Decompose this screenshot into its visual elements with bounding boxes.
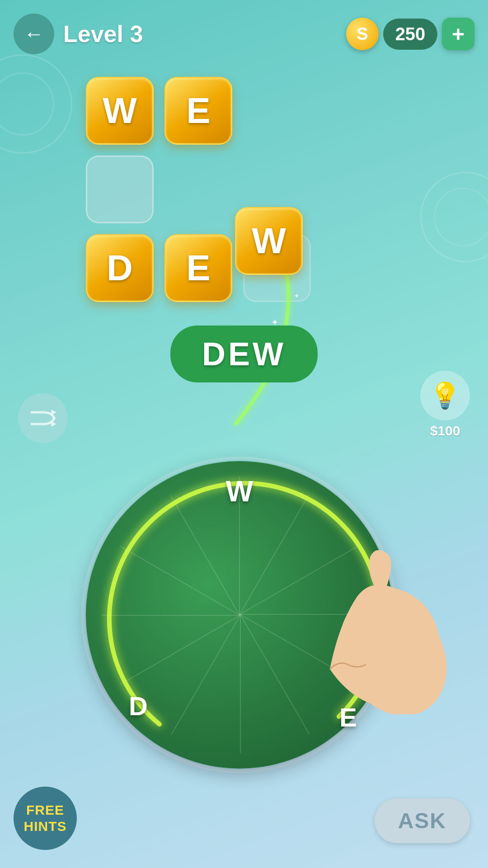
tile-E-row1: E [164, 77, 232, 145]
word-display: DEW [170, 326, 318, 382]
coins-area: S 250 + [346, 18, 474, 50]
ask-button[interactable]: ASK [375, 798, 470, 843]
lightbulb-icon: 💡 [429, 381, 461, 410]
tile-D-row3: D [86, 234, 154, 302]
wheel-letter-E[interactable]: E [339, 702, 357, 732]
tiles-area: W E D E W [86, 77, 311, 302]
shuffle-icon [29, 407, 56, 429]
tile-W-row1: W [86, 77, 154, 145]
deco-circle-right-mid-inner [434, 188, 488, 246]
hint-button[interactable]: 💡 $100 [420, 371, 470, 439]
tile-empty-row2 [86, 156, 154, 223]
coin-icon: S [346, 18, 379, 50]
hint-price: $100 [430, 423, 460, 439]
wheel-letter-W[interactable]: W [226, 475, 253, 508]
svg-marker-3 [51, 410, 56, 415]
free-hints-button[interactable]: FREE HINTS [14, 787, 77, 850]
wheel-letter-D[interactable]: D [129, 691, 148, 721]
tile-E-row3: E [164, 234, 232, 302]
wheel-container[interactable]: W D E [86, 461, 402, 778]
current-word: DEW [202, 336, 286, 372]
shuffle-button[interactable] [18, 393, 68, 443]
back-arrow-icon: ← [24, 24, 44, 44]
tile-W-flying: W [235, 207, 303, 275]
svg-marker-4 [51, 421, 56, 427]
header: ← Level 3 S 250 + [0, 14, 488, 54]
hint-icon-circle: 💡 [420, 371, 470, 420]
letter-wheel[interactable]: W D E [86, 461, 393, 769]
header-left: ← Level 3 [14, 14, 143, 54]
free-hints-label: FREE HINTS [24, 802, 67, 835]
level-title: Level 3 [63, 20, 143, 47]
add-coins-button[interactable]: + [442, 18, 474, 50]
coin-count: 250 [383, 19, 437, 50]
back-button[interactable]: ← [14, 14, 54, 54]
